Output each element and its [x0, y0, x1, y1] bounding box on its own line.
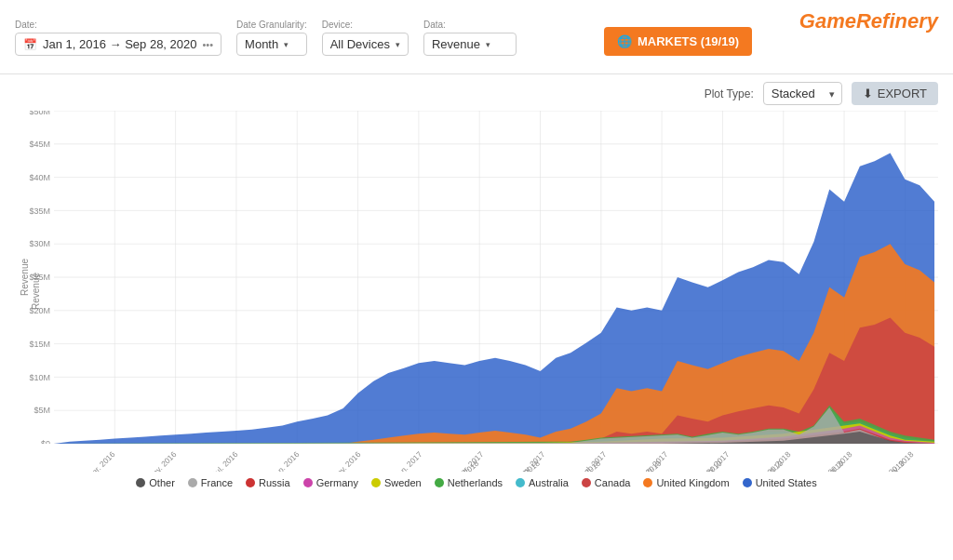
- svg-text:$15M: $15M: [30, 340, 51, 349]
- legend-color-dot: [371, 478, 381, 487]
- legend-item-russia: Russia: [246, 477, 290, 488]
- legend-item-australia: Australia: [516, 477, 569, 488]
- device-label: Device:: [322, 20, 409, 30]
- x-axis-svg-2: Jul. 2018 Sep. 2018 Nov. 2018 Jan. 2019 …: [54, 453, 938, 472]
- date-input[interactable]: 📅 Jan 1, 2016 → Sep 28, 2020 •••: [15, 33, 221, 56]
- legend-label: United Kingdom: [656, 477, 729, 488]
- svg-text:$30M: $30M: [30, 239, 51, 248]
- area-chart-svg: [54, 111, 938, 444]
- chart-wrapper: Revenue: [15, 111, 938, 472]
- svg-text:Jul. 2019: Jul. 2019: [815, 459, 846, 472]
- export-label: EXPORT: [878, 87, 927, 100]
- export-button[interactable]: ⬇ EXPORT: [852, 82, 938, 105]
- legend-item-france: France: [188, 477, 233, 488]
- legend-color-dot: [516, 478, 525, 487]
- plot-type-wrapper: Stacked Grouped Line: [763, 82, 842, 105]
- y-ticks-svg: $0 $5M $10M $15M $20M $25M $30M $35M $40…: [15, 111, 52, 444]
- plot-type-label: Plot Type:: [705, 87, 754, 100]
- device-filter: Device: All Devices ▾: [322, 20, 409, 56]
- svg-text:Jan. 2019: Jan. 2019: [631, 459, 664, 472]
- svg-text:$25M: $25M: [30, 273, 51, 282]
- legend-label: Sweden: [384, 477, 422, 488]
- date-label: Date:: [15, 20, 221, 30]
- legend: Other France Russia Germany Sweden Nethe…: [0, 472, 953, 492]
- svg-text:May. 2019: May. 2019: [751, 459, 785, 472]
- legend-color-dot: [643, 478, 652, 487]
- calendar-icon: 📅: [23, 38, 37, 51]
- device-value: All Devices: [330, 37, 390, 51]
- legend-label: France: [201, 477, 233, 488]
- svg-text:$35M: $35M: [30, 206, 51, 215]
- svg-text:Jul. 2018: Jul. 2018: [450, 459, 481, 472]
- data-select[interactable]: Revenue ▾: [423, 33, 517, 56]
- legend-item-germany: Germany: [303, 477, 358, 488]
- legend-color-dot: [303, 478, 313, 487]
- granularity-select[interactable]: Month ▾: [236, 33, 307, 56]
- legend-item-canada: Canada: [582, 477, 631, 488]
- svg-text:$40M: $40M: [30, 173, 51, 182]
- legend-color-dot: [136, 478, 145, 487]
- svg-text:Sep. 2019: Sep. 2019: [873, 459, 906, 472]
- chevron-down-icon: ▾: [284, 40, 289, 49]
- date-value: Jan 1, 2016 → Sep 28, 2020: [43, 37, 197, 51]
- data-label: Data:: [423, 20, 517, 30]
- granularity-value: Month: [245, 37, 278, 51]
- legend-label: Netherlands: [448, 477, 503, 488]
- legend-item-united-states: United States: [743, 477, 817, 488]
- x-axis-2: Jul. 2018 Sep. 2018 Nov. 2018 Jan. 2019 …: [54, 444, 938, 472]
- y-axis-labels: $0 $5M $10M $15M $20M $25M $30M $35M $40…: [15, 111, 52, 444]
- globe-icon: 🌐: [617, 34, 632, 48]
- legend-label: Germany: [316, 477, 358, 488]
- legend-item-netherlands: Netherlands: [435, 477, 503, 488]
- logo-text1: Game: [799, 9, 856, 33]
- logo: GameRefinery: [799, 9, 938, 33]
- markets-button[interactable]: 🌐 MARKETS (19/19): [604, 27, 752, 56]
- legend-color-dot: [582, 478, 591, 487]
- legend-item-united-kingdom: United Kingdom: [643, 477, 729, 488]
- legend-label: Canada: [595, 477, 631, 488]
- legend-item-other: Other: [136, 477, 175, 488]
- legend-color-dot: [246, 478, 255, 487]
- svg-text:$20M: $20M: [30, 306, 51, 315]
- data-value: Revenue: [432, 37, 480, 51]
- svg-text:Mar. 2019: Mar. 2019: [691, 459, 724, 472]
- download-icon: ⬇: [863, 87, 873, 100]
- device-select[interactable]: All Devices ▾: [322, 33, 409, 56]
- legend-label: Other: [149, 477, 175, 488]
- legend-label: Russia: [259, 477, 290, 488]
- logo-text2: Refinery: [856, 9, 938, 33]
- legend-color-dot: [188, 478, 197, 487]
- chevron-down-icon-2: ▾: [396, 40, 400, 49]
- granularity-label: Date Granularity:: [236, 20, 307, 30]
- legend-label: Australia: [529, 477, 569, 488]
- svg-text:$5M: $5M: [34, 406, 51, 415]
- chart-area: Plot Type: Stacked Grouped Line ⬇ EXPORT…: [0, 74, 953, 472]
- granularity-filter: Date Granularity: Month ▾: [236, 20, 307, 56]
- svg-text:$10M: $10M: [30, 372, 51, 381]
- data-filter: Data: Revenue ▾: [423, 20, 517, 56]
- dots-icon: •••: [203, 39, 214, 50]
- legend-color-dot: [743, 478, 752, 487]
- plot-type-select[interactable]: Stacked Grouped Line: [763, 82, 842, 105]
- svg-text:$45M: $45M: [30, 140, 51, 149]
- legend-label: United States: [756, 477, 817, 488]
- svg-text:$50M: $50M: [30, 111, 51, 116]
- header: Date: 📅 Jan 1, 2016 → Sep 28, 2020 ••• D…: [0, 0, 953, 74]
- markets-label: MARKETS (19/19): [638, 34, 739, 48]
- svg-text:Sep. 2018: Sep. 2018: [508, 459, 542, 472]
- date-filter: Date: 📅 Jan 1, 2016 → Sep 28, 2020 •••: [15, 20, 221, 56]
- chart-inner: [54, 111, 938, 444]
- legend-item-sweden: Sweden: [371, 477, 422, 488]
- svg-text:Nov. 2018: Nov. 2018: [570, 459, 603, 472]
- legend-color-dot: [435, 478, 444, 487]
- svg-text:$0: $0: [41, 439, 50, 444]
- chevron-down-icon-3: ▾: [486, 40, 490, 49]
- chart-controls: Plot Type: Stacked Grouped Line ⬇ EXPORT: [15, 82, 938, 105]
